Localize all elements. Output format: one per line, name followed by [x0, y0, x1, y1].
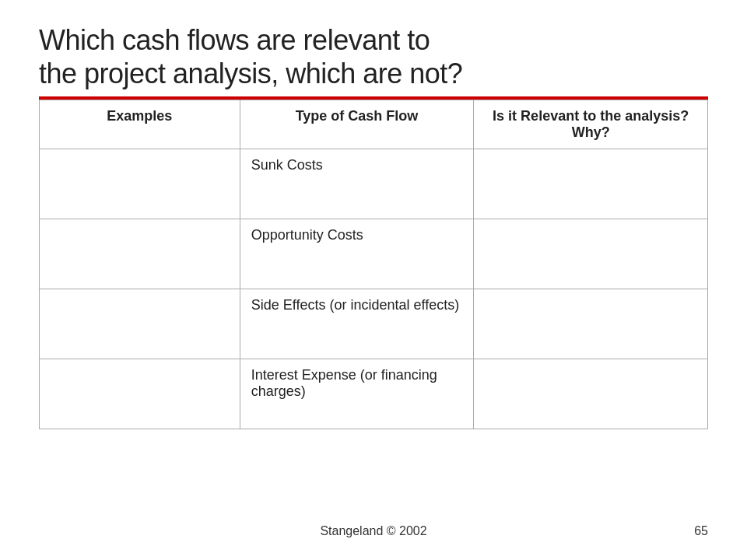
cell-type-2: Opportunity Costs	[240, 219, 474, 289]
cell-examples-3	[40, 289, 240, 359]
header-relevant: Is it Relevant to the analysis? Why?	[474, 100, 708, 149]
footer-page-number: 65	[685, 524, 708, 538]
cell-type-1: Sunk Costs	[240, 149, 474, 219]
footer-copyright: Stangeland © 2002	[62, 524, 685, 538]
cell-type-3: Side Effects (or incidental effects)	[240, 289, 474, 359]
title-line2: the project analysis, which are not?	[39, 58, 462, 89]
table-header-row: Examples Type of Cash Flow Is it Relevan…	[40, 100, 708, 149]
cell-examples-1	[40, 149, 240, 219]
header-examples: Examples	[40, 100, 240, 149]
table-wrapper: Examples Type of Cash Flow Is it Relevan…	[39, 100, 708, 518]
cell-examples-2	[40, 219, 240, 289]
table-row: Interest Expense (or financing charges)	[40, 359, 708, 429]
cell-relevant-3	[474, 289, 708, 359]
cell-type-4: Interest Expense (or financing charges)	[240, 359, 474, 429]
footer: Stangeland © 2002 65	[39, 518, 708, 544]
page-container: Which cash flows are relevant to the pro…	[0, 0, 747, 560]
cash-flow-table: Examples Type of Cash Flow Is it Relevan…	[39, 100, 708, 429]
table-body: Sunk Costs Opportunity Costs Side Effect…	[40, 149, 708, 429]
table-row: Opportunity Costs	[40, 219, 708, 289]
table-row: Side Effects (or incidental effects)	[40, 289, 708, 359]
table-row: Sunk Costs	[40, 149, 708, 219]
cell-examples-4	[40, 359, 240, 429]
cell-relevant-4	[474, 359, 708, 429]
header-type: Type of Cash Flow	[240, 100, 474, 149]
title-line1: Which cash flows are relevant to	[39, 24, 430, 56]
cell-relevant-1	[474, 149, 708, 219]
cell-relevant-2	[474, 219, 708, 289]
page-title: Which cash flows are relevant to the pro…	[39, 23, 708, 90]
